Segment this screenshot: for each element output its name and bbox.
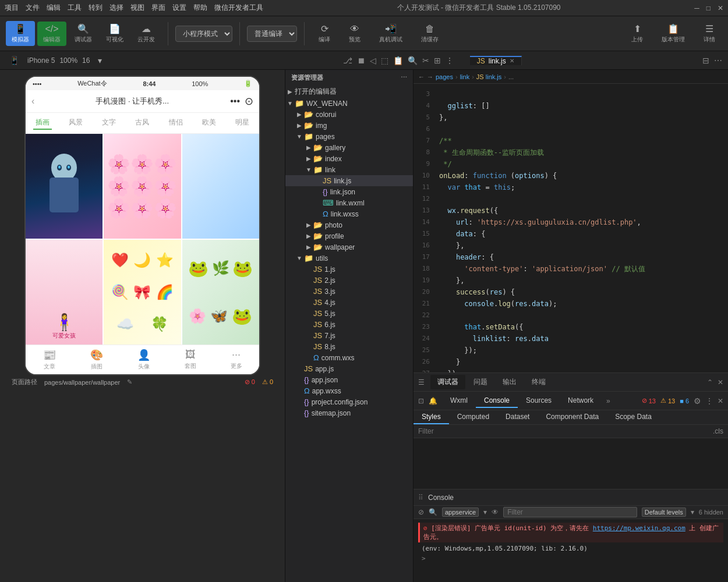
tree-utils[interactable]: ▼ 📁 utils bbox=[285, 253, 413, 264]
debug-toolbar-1[interactable]: ⊡ bbox=[418, 397, 424, 405]
style-tab-dataset[interactable]: Dataset bbox=[497, 410, 538, 424]
compile-button[interactable]: ⟳ 编译 bbox=[312, 21, 337, 46]
open-editors-label[interactable]: ▶ 打开的编辑器 bbox=[285, 86, 413, 98]
split-editor-icon[interactable]: ⊟ bbox=[702, 56, 709, 65]
console-level-arrow[interactable]: ▾ bbox=[691, 508, 694, 516]
tree-5js[interactable]: JS 5.js bbox=[285, 308, 413, 319]
debug-sub-tab-sources[interactable]: Sources bbox=[518, 394, 560, 408]
bc-pages[interactable]: pages bbox=[436, 73, 453, 80]
tree-photo[interactable]: ▶ 📂 photo bbox=[285, 219, 413, 230]
sub-tool-9[interactable]: ⋮ bbox=[446, 56, 454, 65]
tree-link-json[interactable]: {} link.json bbox=[285, 186, 413, 197]
sub-tool-1[interactable]: ⎇ bbox=[343, 56, 352, 65]
console-source-arrow[interactable]: ▾ bbox=[483, 508, 487, 516]
menu-project[interactable]: 项目 bbox=[5, 3, 19, 13]
debug-expand-icon[interactable]: ⌃ bbox=[707, 378, 713, 386]
console-error-link[interactable]: https://mp.weixin.qq.com bbox=[593, 524, 685, 532]
console-prompt[interactable]: > bbox=[418, 553, 723, 563]
debug-sub-tab-console[interactable]: Console bbox=[476, 394, 518, 408]
tree-2js[interactable]: JS 2.js bbox=[285, 275, 413, 286]
image-cell-6[interactable]: 🐸 🌿 🐸 🌸 🦋 🐸 bbox=[182, 240, 259, 345]
sub-tool-4[interactable]: ⬚ bbox=[381, 56, 388, 65]
compile-mode-select[interactable]: 小程序模式 bbox=[175, 26, 232, 42]
console-clear-icon[interactable]: ⊘ bbox=[418, 508, 424, 516]
phone-tab-star[interactable]: 明星 bbox=[233, 116, 252, 130]
breadcrumb-nav-back[interactable]: ← bbox=[418, 73, 425, 80]
tree-app-js[interactable]: JS app.js bbox=[285, 363, 413, 374]
menu-settings[interactable]: 设置 bbox=[172, 3, 186, 13]
sub-tool-7[interactable]: ✂ bbox=[422, 56, 429, 65]
phone-tab-western[interactable]: 欧美 bbox=[200, 116, 218, 130]
menu-select[interactable]: 选择 bbox=[109, 3, 123, 13]
phone-tab-ancient[interactable]: 古风 bbox=[133, 116, 151, 130]
image-cell-2[interactable]: 🌸🌸🌸🌸🌸🌸🌸🌸🌸 bbox=[104, 134, 181, 239]
tree-comm-wxs[interactable]: Ω comm.wxs bbox=[285, 352, 413, 363]
compile-type-select[interactable]: 普通编译 bbox=[247, 26, 297, 42]
console-source-select[interactable]: appservice bbox=[442, 508, 479, 517]
menu-goto[interactable]: 转到 bbox=[89, 3, 103, 13]
console-level-select[interactable]: Default levels bbox=[642, 508, 686, 517]
phone-more-icon[interactable]: ••• bbox=[230, 96, 240, 107]
style-tab-computed[interactable]: Computed bbox=[449, 410, 497, 424]
menu-tool[interactable]: 工具 bbox=[68, 3, 82, 13]
bc-link-js[interactable]: JS link.js bbox=[476, 73, 501, 80]
sub-tool-6[interactable]: 🔍 bbox=[408, 56, 418, 65]
tree-8js[interactable]: JS 8.js bbox=[285, 341, 413, 352]
tab-link-js[interactable]: JS link.js ✕ bbox=[470, 56, 522, 65]
tree-link[interactable]: ▼ 📁 link bbox=[285, 164, 413, 175]
clear-cache-button[interactable]: 🗑 清缓存 bbox=[414, 22, 446, 46]
image-cell-5[interactable]: ❤️ 🌙 ⭐ 🍭 🎀 🌈 ☁️ 🍀 bbox=[104, 240, 181, 345]
tree-index[interactable]: ▶ 📂 index bbox=[285, 153, 413, 164]
menu-view[interactable]: 视图 bbox=[130, 3, 144, 13]
sub-tool-8[interactable]: ⊞ bbox=[434, 56, 441, 65]
sub-tool-2[interactable]: ⏹ bbox=[357, 56, 365, 65]
more-tabs-icon[interactable]: ⋯ bbox=[714, 56, 722, 65]
tool-simulator[interactable]: 📱 模拟器 bbox=[6, 21, 35, 46]
debug-close2-icon[interactable]: ✕ bbox=[718, 397, 723, 405]
more-options-icon[interactable]: ⋯ bbox=[401, 74, 407, 81]
console-body[interactable]: ⊘ [渲染层错误] 广告单元 id(unit-id) 为空，请先在 https:… bbox=[414, 519, 728, 582]
window-minimize[interactable]: ─ bbox=[694, 4, 699, 12]
tree-link-wxss[interactable]: Ω link.wxss bbox=[285, 208, 413, 219]
breadcrumb-nav-fwd[interactable]: → bbox=[427, 73, 433, 80]
tree-img[interactable]: ▶ 📂 img bbox=[285, 120, 413, 131]
style-tab-styles[interactable]: Styles bbox=[414, 410, 449, 424]
image-cell-3[interactable] bbox=[182, 134, 259, 239]
phone-tab-text[interactable]: 文字 bbox=[100, 116, 118, 130]
bc-link[interactable]: link bbox=[460, 73, 470, 80]
console-drag-icon[interactable]: ⠿ bbox=[418, 494, 423, 502]
tree-4js[interactable]: JS 4.js bbox=[285, 297, 413, 308]
wx-wenan-root[interactable]: ▼ 📁 WX_WENAN bbox=[285, 98, 413, 109]
console-filter-input[interactable] bbox=[503, 507, 637, 517]
version-button[interactable]: 📋 版本管理 bbox=[655, 21, 692, 46]
style-tab-scope-data[interactable]: Scope Data bbox=[607, 410, 660, 424]
image-cell-1[interactable] bbox=[26, 134, 103, 239]
nav-illustration[interactable]: 🎨 插图 bbox=[90, 349, 103, 371]
menu-help[interactable]: 帮助 bbox=[193, 3, 207, 13]
menu-edit[interactable]: 编辑 bbox=[47, 3, 61, 13]
chevron-down-icon[interactable]: ▾ bbox=[94, 55, 105, 66]
filter-input[interactable] bbox=[418, 427, 713, 435]
phone-tab-illustrations[interactable]: 插画 bbox=[33, 116, 52, 130]
tree-1js[interactable]: JS 1.js bbox=[285, 264, 413, 275]
debug-more-icon[interactable]: ⋮ bbox=[706, 397, 713, 405]
console-filter-icon[interactable]: 🔍 bbox=[429, 508, 437, 516]
tree-app-wxss[interactable]: Ω app.wxss bbox=[285, 385, 413, 396]
nav-gallery[interactable]: 🖼 套图 bbox=[185, 349, 196, 371]
tree-link-wxml[interactable]: ⌨ link.wxml bbox=[285, 197, 413, 208]
debug-close-icon[interactable]: ✕ bbox=[718, 378, 723, 386]
debug-tab-output[interactable]: 输出 bbox=[496, 375, 524, 389]
preview-button[interactable]: 👁 预览 bbox=[342, 22, 367, 46]
window-maximize[interactable]: □ bbox=[706, 4, 711, 12]
debug-tab-main[interactable]: 调试器 bbox=[430, 375, 465, 389]
tool-editor[interactable]: </> 编辑器 bbox=[37, 22, 66, 46]
debug-tab-issues[interactable]: 问题 bbox=[467, 375, 494, 389]
tree-wallpaper[interactable]: ▶ 📂 wallpaper bbox=[285, 242, 413, 253]
sub-tool-3[interactable]: ◁ bbox=[370, 56, 376, 65]
window-close[interactable]: ✕ bbox=[718, 4, 723, 12]
nav-more[interactable]: ··· 更多 bbox=[231, 349, 242, 371]
page-path-edit[interactable]: ✎ bbox=[127, 378, 132, 386]
debug-sub-tab-wxml[interactable]: Wxml bbox=[442, 394, 476, 408]
code-editor[interactable]: 3456789101112131415161718192021222324252… bbox=[414, 84, 728, 372]
tree-6js[interactable]: JS 6.js bbox=[285, 319, 413, 330]
